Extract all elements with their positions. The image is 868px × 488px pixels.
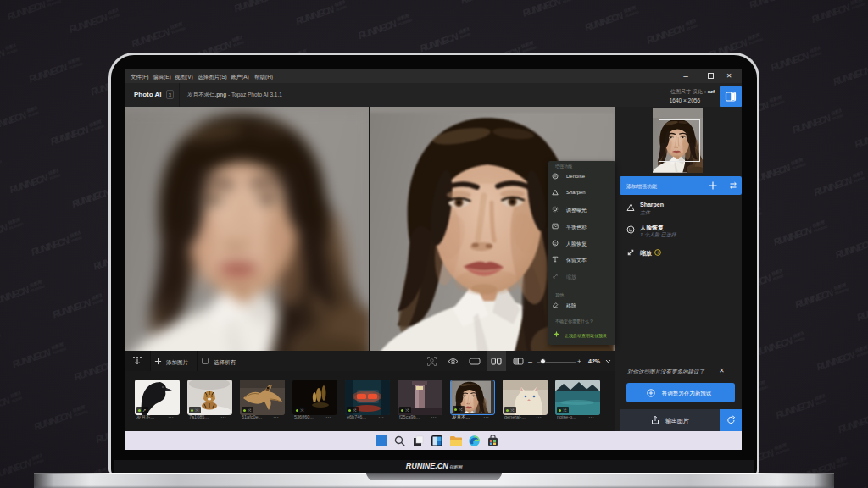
svg-text:i: i (657, 250, 658, 255)
